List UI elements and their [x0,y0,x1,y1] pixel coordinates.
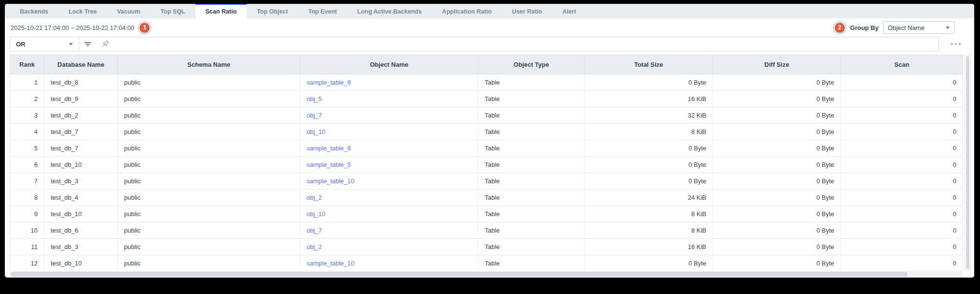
cell-scan: 0 [841,190,963,206]
cell-schema-name: public [118,173,300,190]
cell-database-name: test_db_10 [44,255,118,272]
cell-database-name: test_db_10 [44,206,118,222]
cell-object-name: sample_table_9 [300,74,478,91]
vertical-scrollbar[interactable] [965,55,971,271]
cell-object-name: obj_10 [300,206,478,222]
cell-total-size: 0 Byte [585,157,713,173]
tab-bar: BackendsLock TreeVacuumTop SQLScan Ratio… [5,4,974,18]
cell-total-size: 0 Byte [585,74,713,91]
cell-schema-name: public [118,239,300,255]
pin-icon[interactable] [97,37,114,51]
cell-scan: 0 [841,255,963,272]
cell-database-name: test_db_2 [44,107,118,124]
filter-input[interactable] [114,37,938,51]
tab-vacuum[interactable]: Vacuum [107,4,150,18]
horizontal-scrollbar-thumb[interactable] [11,272,908,277]
cell-diff-size: 0 Byte [713,222,841,239]
cell-schema-name: public [118,107,300,124]
cell-rank: 11 [10,239,44,255]
cell-object-type: Table [478,157,585,173]
cell-object-name: obj_5 [300,91,478,107]
scan-ratio-panel: BackendsLock TreeVacuumTop SQLScan Ratio… [5,4,974,278]
cell-diff-size: 0 Byte [713,255,841,272]
vertical-scrollbar-thumb[interactable] [966,56,969,269]
cell-object-type: Table [478,222,585,239]
cell-database-name: test_db_7 [44,140,118,157]
tab-long-active-backends[interactable]: Long Active Backends [347,4,432,18]
object-name-link[interactable]: sample_table_6 [307,145,351,152]
tab-top-sql[interactable]: Top SQL [150,4,195,18]
cell-schema-name: public [118,255,300,272]
column-header-diff-size[interactable]: Diff Size [713,55,841,74]
tab-backends[interactable]: Backends [10,4,58,18]
tab-alert[interactable]: Alert [552,4,586,18]
group-by-select[interactable]: Object Name [883,21,954,34]
scan-ratio-table: Rank Database Name Schema Name Object Na… [10,55,963,272]
column-header-scan[interactable]: Scan [841,55,963,74]
object-name-link[interactable]: obj_10 [307,128,325,135]
tab-application-ratio[interactable]: Application Ratio [432,4,502,18]
table-row: 9 test_db_10 public obj_10 Table 8 KiB 0… [10,206,963,222]
cell-schema-name: public [118,74,300,91]
cell-object-type: Table [478,107,585,124]
cell-database-name: test_db_9 [44,91,118,107]
cell-object-type: Table [478,74,585,91]
group-by-label: Group By [850,24,879,31]
table-row: 11 test_db_3 public obj_2 Table 16 KiB 0… [10,239,963,255]
column-header-object-name[interactable]: Object Name [300,55,478,74]
cell-diff-size: 0 Byte [713,124,841,140]
object-name-link[interactable]: sample_table_9 [307,79,351,86]
object-name-link[interactable]: obj_2 [307,194,322,201]
tab-lock-tree[interactable]: Lock Tree [58,4,107,18]
date-range[interactable]: 2025-10-21 17:04:00 ~ 2025-10-22 17:04:0… [11,24,134,31]
object-name-link[interactable]: obj_2 [307,243,322,250]
tab-user-ratio[interactable]: User Ratio [502,4,552,18]
cell-schema-name: public [118,140,300,157]
cell-object-type: Table [478,190,585,206]
date-range-wrap: 2025-10-21 17:04:00 ~ 2025-10-22 17:04:0… [11,18,151,37]
cell-diff-size: 0 Byte [713,190,841,206]
tab-scan-ratio[interactable]: Scan Ratio [196,4,247,18]
object-name-link[interactable]: sample_table_10 [307,260,354,267]
cell-rank: 7 [10,173,44,190]
object-name-link[interactable]: sample_table_10 [307,177,354,185]
table-body: 1 test_db_8 public sample_table_9 Table … [10,74,963,272]
cell-object-name: obj_10 [300,124,478,140]
object-name-link[interactable]: obj_7 [307,227,322,234]
object-name-link[interactable]: sample_table_5 [307,161,351,168]
column-header-rank[interactable]: Rank [10,55,44,74]
column-header-total-size[interactable]: Total Size [585,55,713,74]
column-header-schema-name[interactable]: Schema Name [118,55,300,74]
cell-rank: 12 [10,255,44,272]
cell-object-type: Table [478,91,585,107]
column-header-object-type[interactable]: Object Type [478,55,585,74]
column-header-database-name[interactable]: Database Name [44,55,118,74]
table-row: 6 test_db_10 public sample_table_5 Table… [10,157,963,173]
object-name-link[interactable]: obj_7 [307,112,322,119]
tab-top-object[interactable]: Top Object [247,4,298,18]
ellipsis-icon[interactable] [945,37,966,51]
cell-database-name: test_db_3 [44,173,118,190]
horizontal-scrollbar[interactable] [10,271,963,278]
cell-object-type: Table [478,140,585,157]
cell-total-size: 0 Byte [585,173,713,190]
cell-scan: 0 [841,124,963,140]
chevron-down-icon [69,43,73,45]
cell-object-name: sample_table_6 [300,140,478,157]
cell-schema-name: public [118,206,300,222]
object-name-link[interactable]: obj_5 [307,95,322,103]
cell-object-type: Table [478,124,585,140]
table-row: 5 test_db_7 public sample_table_6 Table … [10,140,963,157]
cell-scan: 0 [841,222,963,239]
cell-object-name: sample_table_10 [300,173,478,190]
filter-operator-select[interactable]: OR [10,37,79,51]
object-name-link[interactable]: obj_10 [307,210,325,218]
cell-rank: 10 [10,222,44,239]
filter-icon[interactable] [79,37,97,51]
cell-total-size: 8 KiB [585,124,713,140]
cell-object-name: obj_7 [300,222,478,239]
cell-diff-size: 0 Byte [713,173,841,190]
tab-top-event[interactable]: Top Event [298,4,348,18]
cell-rank: 1 [10,74,44,91]
cell-diff-size: 0 Byte [713,91,841,107]
